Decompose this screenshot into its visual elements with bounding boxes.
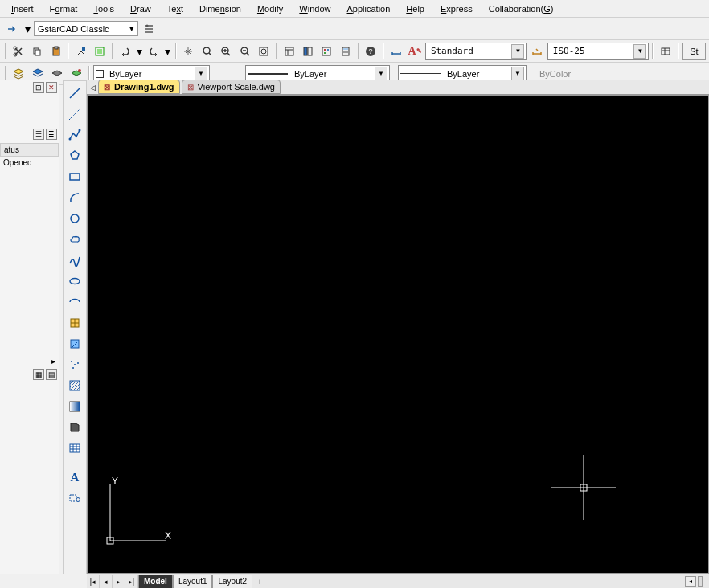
pin-icon[interactable]: ⊡ [33, 82, 44, 93]
separator [88, 66, 90, 82]
copy-icon[interactable] [28, 43, 45, 60]
workspace-selector[interactable]: GstarCAD Classic ▾ [34, 21, 138, 36]
toolbar-row-1: ▾ GstarCAD Classic ▾ [0, 18, 709, 40]
text-style-icon[interactable]: A✎ [406, 43, 423, 60]
list-view-icon[interactable]: ☰ [33, 129, 44, 140]
menu-window[interactable]: Window [291, 2, 338, 15]
separator [5, 43, 6, 59]
redo-dropdown-icon[interactable]: ▾ [164, 43, 172, 60]
table-style-icon[interactable] [657, 43, 674, 60]
gradient-icon[interactable] [66, 398, 84, 415]
tool-palette-icon[interactable] [318, 43, 335, 60]
dimension-icon[interactable] [387, 43, 404, 60]
construction-line-icon[interactable] [66, 105, 84, 123]
properties-icon[interactable] [281, 43, 297, 60]
block-editor-icon[interactable] [92, 43, 109, 60]
polyline-icon[interactable] [66, 126, 84, 144]
menu-format[interactable]: Format [42, 2, 86, 15]
zoom-window-icon[interactable] [218, 43, 235, 60]
doc-tab-viewport-scale[interactable]: ⊠ Viewport Scale.dwg [182, 80, 281, 94]
left-panel-row-opened[interactable]: Opened [0, 157, 59, 169]
drawing-canvas[interactable]: Y X [87, 95, 709, 574]
menu-dimension[interactable]: Dimension [191, 2, 249, 15]
separator [175, 43, 177, 59]
svg-point-38 [71, 361, 72, 362]
help-icon[interactable]: ? [363, 43, 379, 60]
design-center-icon[interactable] [299, 43, 316, 60]
point-icon[interactable] [66, 356, 84, 374]
dim-style-icon[interactable] [528, 43, 545, 60]
nav-first-icon[interactable]: |◂ [87, 575, 100, 588]
add-layout-tab[interactable]: + [252, 577, 267, 586]
svg-point-24 [343, 51, 345, 53]
circle-icon[interactable] [66, 210, 84, 227]
table-icon[interactable] [66, 439, 84, 457]
expand-arrow-icon[interactable]: ▸ [51, 357, 55, 365]
paste-icon[interactable] [47, 43, 64, 60]
menu-draw[interactable]: Draw [122, 2, 159, 15]
redo-icon[interactable] [145, 43, 162, 60]
menu-insert[interactable]: Insert [3, 2, 42, 15]
rectangle-icon[interactable] [66, 168, 84, 186]
close-tab-icon[interactable]: ⊠ [186, 82, 195, 92]
menu-express[interactable]: Express [432, 2, 481, 15]
left-panel-column-status[interactable]: atus [0, 143, 59, 157]
color-value: ByColor [536, 69, 589, 79]
nav-prev-icon[interactable]: ◂ [100, 575, 113, 588]
nav-next-icon[interactable]: ▸ [113, 575, 125, 588]
hscroll-thumb[interactable] [698, 576, 703, 587]
ellipse-arc-icon[interactable] [66, 293, 84, 311]
details-icon[interactable]: ▤ [46, 369, 57, 380]
add-selected-icon[interactable] [66, 489, 84, 507]
style-button[interactable]: St [682, 43, 706, 60]
close-tab-icon[interactable]: ⊠ [102, 82, 112, 92]
menu-collaboration[interactable]: Collaboration(G) [481, 2, 562, 15]
svg-point-31 [69, 138, 72, 141]
revision-cloud-icon[interactable] [66, 231, 84, 248]
cut-icon[interactable] [10, 43, 27, 60]
polygon-icon[interactable] [66, 147, 84, 165]
hscroll-left-icon[interactable]: ◂ [685, 576, 696, 587]
menu-modify[interactable]: Modify [249, 2, 291, 15]
dim-style-selector[interactable]: ISO-25 ▼ [547, 43, 650, 60]
menu-text[interactable]: Text [159, 2, 191, 15]
preview-icon[interactable]: ▦ [33, 369, 44, 380]
tree-view-icon[interactable]: ≣ [46, 129, 57, 140]
zoom-realtime-icon[interactable] [199, 43, 215, 60]
layout-tab-model[interactable]: Model [138, 575, 173, 588]
spline-icon[interactable] [66, 251, 84, 269]
separator [678, 43, 679, 59]
tab-scroll-left-icon[interactable]: ◁ [87, 81, 98, 94]
mtext-icon[interactable]: A [66, 468, 84, 486]
menu-tools[interactable]: Tools [85, 2, 122, 15]
hatch-icon[interactable] [66, 377, 84, 394]
close-icon[interactable]: ✕ [46, 82, 57, 93]
text-style-selector[interactable]: Standard ▼ [425, 43, 527, 60]
dropdown-arrow-icon[interactable]: ▾ [23, 20, 32, 38]
zoom-previous-icon[interactable] [236, 43, 253, 60]
nav-last-icon[interactable]: ▸| [125, 575, 138, 588]
pan-icon[interactable] [180, 43, 197, 60]
workspace-settings-icon[interactable] [140, 20, 158, 38]
crosshair-cursor [551, 455, 616, 520]
doc-tab-drawing1[interactable]: ⊠ Drawing1.dwg [98, 80, 180, 94]
separator [358, 43, 359, 59]
menu-help[interactable]: Help [398, 2, 432, 15]
menu-application[interactable]: Application [339, 2, 399, 15]
ellipse-icon[interactable] [66, 272, 84, 290]
zoom-extents-icon[interactable] [255, 43, 272, 60]
insert-block-icon[interactable] [66, 314, 84, 332]
make-block-icon[interactable] [66, 335, 84, 353]
calculator-icon[interactable] [337, 43, 354, 60]
undo-dropdown-icon[interactable]: ▾ [136, 43, 144, 60]
svg-point-35 [70, 279, 80, 284]
nav-forward-icon[interactable] [3, 20, 21, 38]
line-icon[interactable] [66, 84, 84, 102]
undo-icon[interactable] [117, 43, 133, 60]
region-icon[interactable] [66, 419, 84, 436]
layout-tab-layout2[interactable]: Layout2 [212, 575, 252, 588]
lineweight-preview [400, 73, 441, 74]
layout-tab-layout1[interactable]: Layout1 [173, 575, 213, 588]
match-properties-icon[interactable] [72, 43, 89, 60]
arc-icon[interactable] [66, 189, 84, 206]
